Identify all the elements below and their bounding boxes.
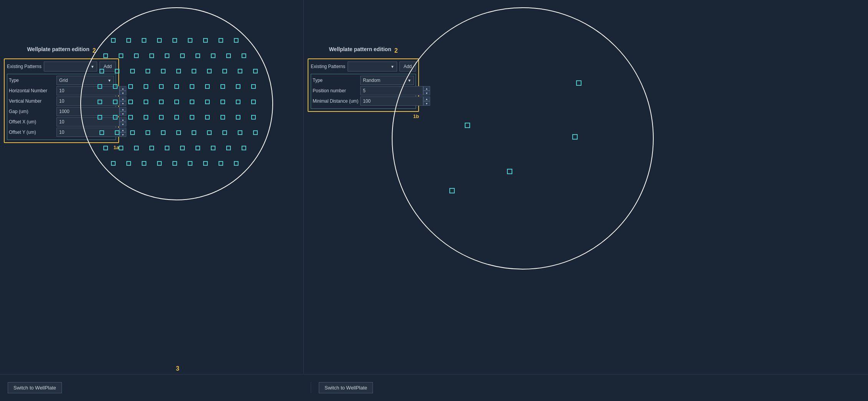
svg-rect-80 (181, 146, 184, 150)
svg-rect-96 (465, 123, 470, 128)
svg-rect-19 (242, 54, 246, 58)
svg-rect-79 (165, 146, 169, 150)
right-circle-svg (388, 4, 657, 273)
left-horizontal-number-label: Horizontal Number (9, 88, 55, 93)
svg-rect-57 (159, 115, 163, 119)
svg-rect-77 (134, 146, 138, 150)
svg-rect-30 (253, 69, 257, 73)
svg-rect-12 (134, 54, 138, 58)
right-type-label: Type (313, 78, 359, 83)
bottom-bar-right: Switch to WellPlate (319, 382, 373, 393)
svg-rect-20 (100, 69, 104, 73)
left-panel: Wellplate pattern edition 2 Existing Pat… (0, 0, 303, 374)
svg-rect-36 (175, 85, 179, 88)
svg-rect-95 (576, 81, 581, 85)
svg-rect-1 (111, 38, 115, 42)
svg-rect-61 (221, 115, 225, 119)
svg-rect-25 (177, 69, 181, 73)
right-existing-patterns-label: Existing Patterns (311, 64, 345, 69)
svg-rect-70 (192, 131, 196, 135)
svg-rect-62 (236, 115, 240, 119)
svg-rect-55 (129, 115, 133, 119)
svg-rect-23 (146, 69, 150, 73)
svg-rect-37 (190, 85, 194, 88)
right-switch-to-wellplate-button[interactable]: Switch to WellPlate (319, 382, 373, 393)
svg-rect-18 (227, 54, 230, 58)
svg-rect-40 (236, 85, 240, 88)
left-circle-container (77, 4, 277, 204)
svg-rect-49 (205, 100, 209, 104)
left-type-value: Grid (59, 78, 68, 83)
svg-rect-58 (175, 115, 179, 119)
svg-rect-54 (113, 115, 117, 119)
left-existing-patterns-label: Existing Patterns (7, 64, 41, 69)
grid-dots-group (98, 38, 257, 165)
svg-rect-60 (205, 115, 209, 119)
svg-rect-64 (100, 131, 104, 135)
svg-rect-38 (205, 85, 209, 88)
svg-rect-93 (234, 161, 238, 165)
left-gap-label: Gap (um) (9, 109, 55, 114)
svg-rect-51 (236, 100, 240, 104)
svg-rect-28 (223, 69, 227, 73)
svg-rect-78 (150, 146, 154, 150)
svg-rect-88 (157, 161, 161, 165)
svg-rect-44 (129, 100, 133, 104)
svg-rect-92 (219, 161, 223, 165)
svg-rect-26 (192, 69, 196, 73)
svg-rect-7 (204, 38, 207, 42)
svg-rect-69 (177, 131, 181, 135)
svg-rect-31 (98, 85, 102, 88)
svg-rect-16 (196, 54, 200, 58)
svg-rect-68 (161, 131, 165, 135)
svg-rect-83 (227, 146, 230, 150)
svg-rect-71 (207, 131, 211, 135)
left-switch-to-wellplate-button[interactable]: Switch to WellPlate (8, 382, 62, 393)
bottom-bar-left: Switch to WellPlate (8, 382, 311, 393)
svg-rect-53 (98, 115, 102, 119)
svg-rect-41 (252, 85, 255, 88)
svg-rect-82 (211, 146, 215, 150)
svg-rect-43 (113, 100, 117, 104)
svg-rect-99 (450, 188, 454, 193)
svg-rect-8 (219, 38, 223, 42)
svg-rect-32 (113, 85, 117, 88)
svg-rect-14 (165, 54, 169, 58)
svg-rect-89 (173, 161, 177, 165)
svg-rect-15 (181, 54, 184, 58)
svg-rect-5 (173, 38, 177, 42)
svg-rect-2 (127, 38, 131, 42)
svg-rect-10 (104, 54, 108, 58)
svg-rect-59 (190, 115, 194, 119)
svg-rect-17 (211, 54, 215, 58)
svg-rect-9 (234, 38, 238, 42)
svg-rect-75 (104, 146, 108, 150)
number-3-annotation: 3 (173, 365, 179, 372)
svg-rect-27 (207, 69, 211, 73)
svg-rect-67 (146, 131, 150, 135)
svg-rect-3 (142, 38, 146, 42)
svg-rect-90 (188, 161, 192, 165)
svg-rect-46 (159, 100, 163, 104)
right-form-title: Wellplate pattern edition (329, 46, 391, 52)
left-offset-x-label: Offset X (um) (9, 119, 55, 125)
svg-rect-21 (115, 69, 119, 73)
svg-rect-98 (507, 169, 512, 174)
svg-rect-97 (573, 135, 577, 139)
svg-rect-84 (242, 146, 246, 150)
svg-rect-35 (159, 85, 163, 88)
svg-rect-91 (204, 161, 207, 165)
svg-rect-29 (238, 69, 242, 73)
svg-rect-73 (238, 131, 242, 135)
left-type-label: Type (9, 78, 55, 83)
svg-rect-63 (252, 115, 255, 119)
svg-rect-50 (221, 100, 225, 104)
right-position-number-label: Position number (313, 88, 359, 93)
svg-rect-56 (144, 115, 148, 119)
svg-point-94 (392, 8, 653, 269)
svg-rect-48 (190, 100, 194, 104)
svg-rect-66 (131, 131, 134, 135)
right-panel: Wellplate pattern edition 2 Existing Pat… (303, 0, 868, 374)
svg-rect-74 (253, 131, 257, 135)
svg-rect-11 (119, 54, 123, 58)
